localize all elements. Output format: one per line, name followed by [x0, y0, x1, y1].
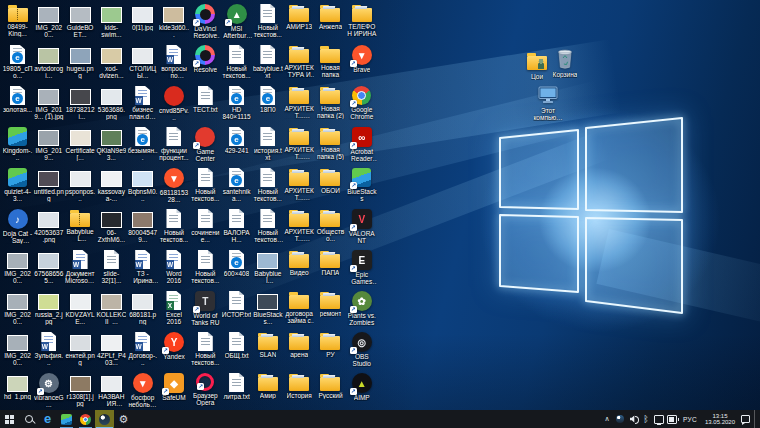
desktop-icon[interactable]: psponpos...	[65, 166, 96, 207]
desktop-icon-this-pc[interactable]: Этот компьютер	[528, 84, 568, 121]
desktop-icon[interactable]: Зульфия...	[33, 330, 64, 371]
desktop-icon[interactable]: ↗DaVinci Resolve Pro...	[190, 2, 221, 43]
desktop-icon[interactable]: ВАЛОРАН...	[221, 207, 252, 248]
desktop-icon[interactable]: ▼↗Brave	[346, 43, 377, 84]
desktop-icon[interactable]: IMG_2020...	[2, 330, 33, 371]
desktop-icon[interactable]: Новый текстов...	[252, 166, 283, 207]
desktop-icon[interactable]: IMG_2020...	[2, 289, 33, 330]
desktop-icon[interactable]: функции процент...	[158, 125, 189, 166]
desktop-icon[interactable]: СТОЛИЦЫ...	[127, 43, 158, 84]
desktop-icon[interactable]: 800045479...	[127, 207, 158, 248]
desktop-icon[interactable]: V↗VALORANT	[346, 207, 377, 248]
tray-battery-icon[interactable]	[667, 413, 677, 425]
desktop-icon[interactable]: kids-swim...	[96, 2, 127, 43]
desktop-icon[interactable]: Новый текстов...	[221, 43, 252, 84]
desktop-icon[interactable]: АМИР13	[284, 2, 315, 43]
desktop-icon[interactable]: santehnika...	[221, 166, 252, 207]
desktop-icon[interactable]: безымян...	[127, 125, 158, 166]
desktop-icon[interactable]: ОБОИ	[315, 166, 346, 207]
desktop-icon[interactable]: Новая папка (2)	[315, 84, 346, 125]
desktop-icon[interactable]: енктей.png	[65, 330, 96, 371]
tray-steam-icon[interactable]	[615, 413, 625, 425]
desktop-icon[interactable]: 0[1].jpg	[127, 2, 158, 43]
desktop-icon[interactable]: T↗World of Tanks RU	[190, 289, 221, 330]
desktop-icon[interactable]: kassovaya-...	[96, 166, 127, 207]
desktop-icon[interactable]: Новый текстов...	[158, 207, 189, 248]
desktop-icon[interactable]: 5363686.png	[96, 84, 127, 125]
taskbar-search-button[interactable]	[19, 410, 38, 428]
desktop-icon[interactable]: IMG_2019... (1).jpg	[33, 84, 64, 125]
desktop-icon[interactable]: KDVZAYLE...	[65, 289, 96, 330]
desktop-icon[interactable]: арена	[284, 330, 315, 371]
taskbar-settings-button[interactable]: ⚙	[114, 410, 133, 428]
desktop-icon[interactable]: Анжела	[315, 2, 346, 43]
desktop-icon[interactable]: ▼6811815328...	[158, 166, 189, 207]
desktop-icon[interactable]: история.txt	[252, 125, 283, 166]
desktop-icon[interactable]: Y↗Yandex	[158, 330, 189, 371]
tray-chevron-up-icon[interactable]: ∧	[603, 412, 611, 426]
desktop-icon[interactable]: 06-ZxthM6...	[96, 207, 127, 248]
desktop-icon[interactable]: Общество...	[315, 207, 346, 248]
desktop-icon[interactable]: Новая папка (5)	[315, 125, 346, 166]
tray-display-icon[interactable]	[654, 413, 664, 425]
desktop-icon[interactable]: Новый текстовый...	[252, 207, 283, 248]
desktop-icon[interactable]: Видео	[284, 248, 315, 289]
desktop-icon[interactable]: ремонт	[315, 289, 346, 330]
desktop-icon[interactable]: 600×408	[221, 248, 252, 289]
desktop-icon[interactable]: ✿↗Plants vs. Zombies	[346, 289, 377, 330]
desktop-icon[interactable]: ТЕЛЕФОН ИРИНА	[346, 2, 377, 43]
desktop-icon[interactable]: бизнес план.docx	[127, 84, 158, 125]
desktop-icon[interactable]: АРХИТЕКТУРА И СКУЛЬП...	[284, 43, 315, 84]
desktop-icon[interactable]: untitled.png	[33, 166, 64, 207]
desktop-icon[interactable]: сочинение...	[190, 207, 221, 248]
desktop-icon[interactable]: BlueStacks...	[252, 289, 283, 330]
desktop-icon[interactable]: Договор-...	[127, 330, 158, 371]
desktop-icon[interactable]: SLAN	[252, 330, 283, 371]
desktop-icon[interactable]: Babyblue_I...	[252, 248, 283, 289]
desktop-icon[interactable]: литра.txt	[221, 371, 252, 412]
desktop-icon[interactable]: История	[284, 371, 315, 412]
desktop-icon[interactable]: xod-dvizen...	[96, 43, 127, 84]
desktop-icon[interactable]: РУ	[315, 330, 346, 371]
desktop-icon[interactable]: Новый текстов...	[252, 2, 283, 43]
desktop-icon[interactable]: E↗Epic Games Launcher	[346, 248, 377, 289]
desktop-icon[interactable]: ИСТОР.txt	[221, 289, 252, 330]
tray-bluetooth-icon[interactable]	[641, 413, 651, 425]
desktop-icon[interactable]: Русский	[315, 371, 346, 412]
desktop-icon[interactable]: Kingdom-...	[2, 125, 33, 166]
desktop-icon[interactable]: KOLLEKCII_...	[96, 289, 127, 330]
desktop-icon[interactable]: IMG_2020...	[2, 248, 33, 289]
desktop-icon[interactable]: 08499-King...	[2, 2, 33, 43]
show-desktop-button[interactable]	[754, 410, 758, 428]
desktop-icon[interactable]: договора займа с о...	[284, 289, 315, 330]
desktop-icon[interactable]: ↗Браузер Opera	[190, 371, 221, 412]
desktop-icon[interactable]: russia_2.jpg	[33, 289, 64, 330]
taskbar-edge-button[interactable]: e	[38, 410, 57, 428]
desktop-icon[interactable]: ↗Excel 2016	[158, 289, 189, 330]
taskbar[interactable]: e⚙ ∧ РУС 13:15 13.05.2020	[0, 410, 760, 428]
tray-language-indicator[interactable]: РУС	[681, 412, 699, 426]
desktop-icon[interactable]: Babyblue_L...	[65, 207, 96, 248]
desktop-icon[interactable]: Новый текстов...	[190, 166, 221, 207]
desktop-icon[interactable]: вопросы по истории...	[158, 43, 189, 84]
desktop-icon[interactable]: Амир	[252, 371, 283, 412]
desktop-icon[interactable]: r1308[1].jpg	[65, 371, 96, 412]
desktop-icon[interactable]: ◎↗OBS Studio	[346, 330, 377, 371]
desktop-icon[interactable]: ОБЩ.txt	[221, 330, 252, 371]
desktop-icon[interactable]: ▲↗MSI Afterburner	[221, 2, 252, 43]
desktop-icon[interactable]: GuideВОЕТ...	[65, 2, 96, 43]
desktop-icon[interactable]: НАЗВАНИЯ РОССИИ.jpg	[96, 371, 127, 412]
desktop-icon[interactable]: ТЕСТ.txt	[190, 84, 221, 125]
desktop-icon[interactable]: ∞↗Acrobat Reader DC	[346, 125, 377, 166]
action-center-icon[interactable]	[741, 415, 750, 423]
desktop-icon[interactable]: 686181.png	[127, 289, 158, 330]
desktop-icon[interactable]: АРХИТЕКТ... ВЛАДИМИР	[284, 125, 315, 166]
windows-desktop[interactable]: 08499-King...IMG_2020...GuideВОЕТ...kids…	[0, 0, 760, 428]
taskbar-steam-button[interactable]	[95, 410, 114, 428]
desktop-icon[interactable]: avtodorogi...	[33, 43, 64, 84]
desktop-icon[interactable]: BqbnsM0...	[127, 166, 158, 207]
desktop-icon[interactable]: Новый текстов...	[190, 330, 221, 371]
desktop-icon[interactable]: АРХИТЕКТ... СКУЛЬПТУ...	[284, 207, 315, 248]
tray-clock[interactable]: 13:15 13.05.2020	[703, 412, 737, 426]
desktop-icon[interactable]: 18738212_i...	[65, 84, 96, 125]
